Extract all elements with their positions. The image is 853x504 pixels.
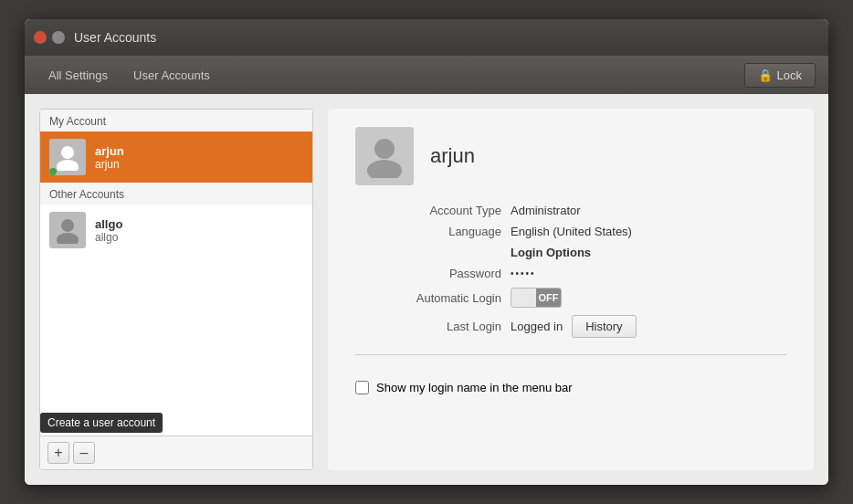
svg-point-3 (57, 233, 79, 244)
password-value[interactable]: ••••• (511, 268, 786, 278)
language-label: Language (355, 225, 501, 238)
other-accounts-label: Other Accounts (40, 183, 312, 205)
content-area: My Account arjun arjun Other Accounts (25, 94, 828, 485)
arjun-sub: arjun (95, 158, 124, 171)
password-label: Password (355, 267, 501, 280)
all-settings-button[interactable]: All Settings (37, 64, 119, 87)
allgo-name: allgo (95, 217, 122, 231)
account-item-arjun[interactable]: arjun arjun (40, 131, 312, 183)
account-type-value[interactable]: Administrator (511, 204, 786, 217)
remove-user-button[interactable]: – (73, 442, 95, 464)
info-grid: Account Type Administrator Language Engl… (355, 204, 786, 338)
user-display-name: arjun (430, 144, 475, 168)
lock-button[interactable]: 🔒 Lock (744, 63, 816, 88)
last-login-label: Last Login (355, 320, 501, 333)
add-user-button[interactable]: + (47, 442, 69, 464)
user-avatar-large[interactable] (355, 127, 414, 185)
avatar-arjun (49, 139, 86, 175)
online-indicator (49, 168, 57, 175)
window-controls (34, 31, 65, 44)
titlebar: User Accounts (25, 19, 828, 56)
svg-point-5 (367, 160, 402, 178)
main-window: User Accounts All Settings User Accounts… (25, 19, 828, 485)
auto-login-toggle-row: OFF (511, 288, 786, 308)
allgo-sub: allgo (95, 231, 122, 244)
my-account-label: My Account (40, 110, 312, 131)
account-type-label: Account Type (355, 204, 501, 217)
allgo-info: allgo allgo (95, 217, 122, 244)
toolbar: All Settings User Accounts 🔒 Lock (25, 56, 828, 94)
show-login-label: Show my login name in the menu bar (376, 381, 573, 394)
window-title: User Accounts (74, 30, 156, 45)
toggle-track (511, 288, 536, 308)
auto-login-toggle[interactable]: OFF (511, 288, 562, 308)
login-options-label: Login Options (511, 246, 786, 259)
lock-icon: 🔒 (758, 68, 773, 82)
sidebar-footer: Create a user account + – (40, 436, 312, 469)
last-login-value: Logged in (511, 320, 563, 333)
auto-login-label: Automatic Login (355, 291, 501, 305)
show-login-checkbox[interactable] (355, 381, 369, 394)
separator (355, 354, 786, 355)
show-login-row: Show my login name in the menu bar (355, 381, 786, 394)
language-value[interactable]: English (United States) (511, 225, 786, 238)
history-button[interactable]: History (572, 315, 636, 338)
svg-point-0 (61, 146, 74, 159)
sidebar: My Account arjun arjun Other Accounts (39, 109, 313, 470)
svg-point-4 (374, 139, 395, 159)
toggle-off-label: OFF (536, 288, 561, 308)
arjun-info: arjun arjun (95, 144, 124, 171)
lock-label: Lock (777, 68, 802, 82)
sidebar-spacer (40, 256, 312, 436)
account-item-allgo[interactable]: allgo allgo (40, 205, 312, 256)
main-panel: arjun Account Type Administrator Languag… (328, 109, 814, 470)
user-header: arjun (355, 127, 786, 185)
arjun-name: arjun (95, 144, 124, 158)
close-button[interactable] (34, 31, 47, 44)
last-login-row: Logged in History (511, 315, 786, 338)
minimize-button[interactable] (52, 31, 65, 44)
svg-point-1 (57, 160, 79, 171)
user-accounts-button[interactable]: User Accounts (122, 64, 221, 87)
avatar-allgo (49, 212, 86, 248)
svg-point-2 (61, 219, 74, 232)
